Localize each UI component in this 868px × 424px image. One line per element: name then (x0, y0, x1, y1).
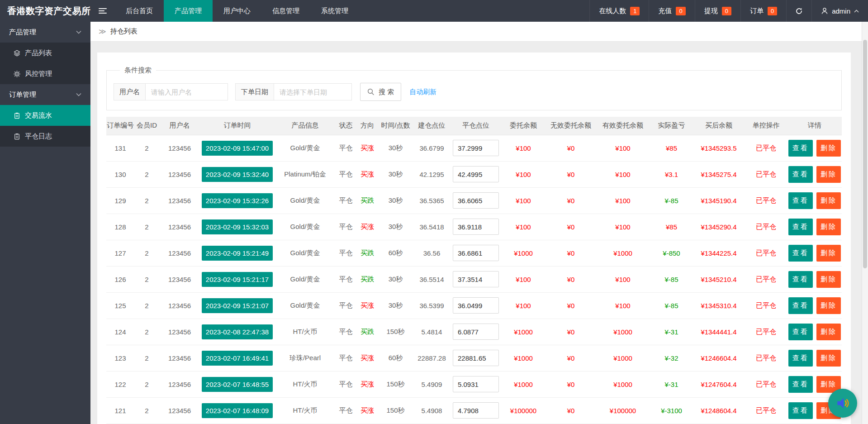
view-button[interactable]: 查看 (788, 219, 813, 235)
close-point-input[interactable] (453, 245, 499, 261)
cell-direction: 买涨 (356, 371, 379, 397)
cell-duration: 60秒 (379, 240, 413, 266)
cell-balance-after: ¥1246604.4 (693, 345, 745, 371)
cell-valid-entrust: ¥100 (596, 292, 650, 319)
close-point-input[interactable] (453, 297, 499, 314)
top-stats: 在线人数1充值0提现0订单0 (589, 0, 786, 22)
cell-product: Gold/黄金 (275, 292, 336, 319)
delete-button[interactable]: 删除 (816, 192, 841, 209)
nav-item-3[interactable]: 信息管理 (261, 0, 310, 22)
breadcrumb-icon: ≫ (99, 27, 106, 36)
column-header-12: 有效委托余额 (596, 117, 650, 135)
view-button[interactable]: 查看 (788, 350, 813, 367)
close-point-input[interactable] (453, 166, 499, 182)
close-point-input[interactable] (453, 376, 499, 392)
search-icon (367, 88, 375, 95)
delete-button[interactable]: 删除 (816, 245, 841, 262)
sound-toggle-button[interactable] (828, 389, 857, 418)
cell-balance-after: ¥1345293.5 (693, 135, 745, 161)
view-button[interactable]: 查看 (788, 324, 813, 340)
app-root: 香港数字资产交易所 后台首页产品管理用户中心信息管理系统管理 在线人数1充值0提… (0, 0, 868, 424)
cell-direction: 买涨 (356, 292, 379, 319)
auto-refresh-link[interactable]: 自动刷新 (409, 88, 436, 96)
nav-item-0[interactable]: 后台首页 (115, 0, 164, 22)
sidebar-item-0-0[interactable]: 产品列表 (0, 43, 90, 63)
user-menu[interactable]: admin (811, 0, 868, 22)
cell-order-id: 122 (106, 371, 134, 397)
hamburger-icon[interactable] (90, 0, 115, 22)
delete-button[interactable]: 删除 (816, 140, 841, 157)
table-row: 122 2 123456 2023-02-07 16:48:55 HT/火币 平… (106, 371, 842, 397)
column-header-9: 平仓点位 (451, 117, 501, 135)
top-stat-2[interactable]: 提现0 (695, 0, 740, 22)
view-button[interactable]: 查看 (788, 192, 813, 209)
order-date-group: 下单日期 (235, 83, 352, 100)
cell-username: 123456 (159, 266, 200, 292)
table-row: 123 2 123456 2023-02-07 16:49:41 珍珠/Pear… (106, 345, 842, 371)
cell-control-status: 已平仓 (745, 319, 787, 345)
cell-status: 平仓 (336, 214, 356, 240)
delete-button[interactable]: 删除 (816, 324, 841, 340)
nav-item-4[interactable]: 系统管理 (310, 0, 359, 22)
view-button[interactable]: 查看 (788, 297, 813, 314)
scrollbar-thumb[interactable] (863, 40, 867, 268)
cell-product: Gold/黄金 (275, 266, 336, 292)
close-point-input[interactable] (453, 350, 499, 366)
close-point-input[interactable] (453, 271, 499, 287)
cell-status: 平仓 (336, 397, 356, 424)
cell-product: Gold/黄金 (275, 135, 336, 161)
view-button[interactable]: 查看 (788, 166, 813, 183)
username-field-label: 用户名 (114, 83, 146, 100)
table-row: 130 2 123456 2023-02-09 15:32:40 Platinu… (106, 161, 842, 187)
cell-pnl: ¥-31 (650, 371, 693, 397)
view-button[interactable]: 查看 (788, 402, 813, 419)
delete-button[interactable]: 删除 (816, 271, 841, 288)
cell-order-id: 121 (106, 397, 134, 424)
cell-status: 平仓 (336, 135, 356, 161)
search-button[interactable]: 搜 索 (360, 83, 401, 101)
top-stat-3[interactable]: 订单0 (740, 0, 786, 22)
sidebar-item-1-0[interactable]: 交易流水 (0, 105, 90, 126)
top-stat-0[interactable]: 在线人数1 (589, 0, 649, 22)
column-header-2: 用户名 (159, 117, 200, 135)
cell-control-status: 已平仓 (745, 135, 787, 161)
close-point-input[interactable] (453, 140, 499, 156)
page-scrollbar[interactable] (862, 22, 868, 424)
sidebar-section-header-1[interactable]: 订单管理 (0, 84, 90, 105)
cell-order-id: 127 (106, 240, 134, 266)
delete-button[interactable]: 删除 (816, 297, 841, 314)
order-date-input[interactable] (274, 83, 352, 100)
nav-item-1[interactable]: 产品管理 (164, 0, 213, 22)
view-button[interactable]: 查看 (788, 140, 813, 157)
close-point-input[interactable] (453, 324, 499, 340)
nav-item-2[interactable]: 用户中心 (213, 0, 261, 22)
refresh-button[interactable] (786, 0, 811, 22)
cell-control-status: 已平仓 (745, 240, 787, 266)
topbar-right: 在线人数1充值0提现0订单0 admin (589, 0, 868, 22)
close-point-input[interactable] (453, 192, 499, 209)
delete-button[interactable]: 删除 (816, 166, 841, 183)
sidebar-item-0-1[interactable]: 风控管理 (0, 63, 90, 84)
cell-valid-entrust: ¥1000 (596, 240, 650, 266)
order-time-badge: 2023-02-09 15:21:49 (202, 246, 273, 261)
view-button[interactable]: 查看 (788, 245, 813, 262)
close-point-input[interactable] (453, 402, 499, 419)
column-header-15: 单控操作 (745, 117, 787, 135)
view-button[interactable]: 查看 (788, 271, 813, 288)
cell-status: 平仓 (336, 187, 356, 214)
sidebar-item-1-1[interactable]: 平仓日志 (0, 126, 90, 147)
cell-balance-after: ¥1345310.4 (693, 292, 745, 319)
top-stat-1[interactable]: 充值0 (649, 0, 694, 22)
delete-button[interactable]: 删除 (816, 350, 841, 367)
sidebar-section-header-0[interactable]: 产品管理 (0, 22, 90, 43)
speaker-icon (835, 395, 850, 411)
delete-button[interactable]: 删除 (816, 219, 841, 235)
cell-member-id: 2 (134, 187, 159, 214)
username-input[interactable] (146, 83, 228, 100)
close-point-input[interactable] (453, 219, 499, 235)
order-time-badge: 2023-02-09 15:32:26 (202, 193, 273, 208)
order-time-badge: 2023-02-07 16:48:55 (202, 377, 273, 392)
view-button[interactable]: 查看 (788, 376, 813, 393)
layers-icon (14, 50, 20, 57)
cell-pnl: ¥-85 (650, 266, 693, 292)
